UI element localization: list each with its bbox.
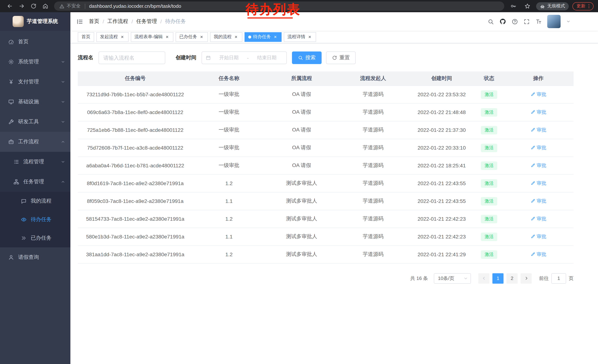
approve-link[interactable]: 审批 xyxy=(530,162,546,169)
key-icon[interactable] xyxy=(508,1,518,11)
approve-link[interactable]: 审批 xyxy=(530,180,546,187)
user-avatar[interactable] xyxy=(547,15,561,28)
app-logo[interactable]: 芋道管理系统 xyxy=(0,12,70,31)
search-button[interactable]: 搜索 xyxy=(292,51,322,64)
close-icon[interactable]: × xyxy=(120,34,125,40)
breadcrumb-task-management[interactable]: 任务管理 xyxy=(136,18,157,25)
question-icon[interactable] xyxy=(512,18,518,25)
sidebar-item-task-management[interactable]: 任务管理 xyxy=(0,172,70,192)
sidebar-item-label: 工作流程 xyxy=(18,138,39,145)
tab-my-processes[interactable]: 我的流程 × xyxy=(210,32,242,42)
home-icon[interactable] xyxy=(40,1,50,11)
cell-status: 激活 xyxy=(475,228,503,245)
sidebar-item-leave-query[interactable]: 请假查询 xyxy=(0,247,70,267)
reload-icon[interactable] xyxy=(28,1,39,11)
sidebar-collapse-icon[interactable] xyxy=(70,12,89,31)
cell-task-id: 73211d9d-7b9b-11ec-b5b7-acde48001122 xyxy=(78,86,193,103)
menu-dots-icon[interactable] xyxy=(586,3,592,9)
approve-link[interactable]: 审批 xyxy=(530,145,546,151)
page-url: dashboard.yudao.iocoder.cn/bpm/task/todo xyxy=(89,3,181,9)
monitor-icon xyxy=(8,99,14,105)
sidebar-item-todo-tasks[interactable]: 待办任务 xyxy=(0,210,70,229)
approve-link[interactable]: 审批 xyxy=(530,216,546,222)
cell-task-id: 58154733-7ac8-11ec-a9e2-a2380e71991a xyxy=(78,210,193,228)
update-button[interactable]: 更新 xyxy=(573,2,594,10)
sidebar-item-home[interactable]: 首页 xyxy=(0,32,70,52)
approve-link[interactable]: 审批 xyxy=(530,127,546,133)
cell-actions: 审批 xyxy=(503,174,573,192)
sidebar-item-my-processes[interactable]: 我的流程 xyxy=(0,192,70,210)
font-size-icon[interactable] xyxy=(535,18,542,25)
sidebar-item-payment-management[interactable]: 支付管理 xyxy=(0,72,70,92)
approve-link-label: 审批 xyxy=(537,233,546,240)
refresh-icon xyxy=(332,55,337,60)
breadcrumb-home[interactable]: 首页 xyxy=(89,18,99,25)
cell-initiator: 芋道源码 xyxy=(338,174,408,192)
tab-todo-tasks[interactable]: 待办任务 × xyxy=(245,32,282,42)
chevron-down-icon[interactable] xyxy=(566,19,571,24)
fullscreen-icon[interactable] xyxy=(523,18,530,25)
tab-start-process[interactable]: 发起流程 × xyxy=(96,32,129,42)
tab-process-detail[interactable]: 流程详情 × xyxy=(284,32,316,42)
col-task-name: 任务名称 xyxy=(193,72,265,86)
jump-prefix: 前往 xyxy=(539,275,549,282)
breadcrumb: 首页 / 工作流程 / 任务管理 / 待办任务 xyxy=(89,18,186,25)
github-icon[interactable] xyxy=(499,18,506,25)
edit-icon xyxy=(530,128,535,132)
sidebar-item-done-tasks[interactable]: 已办任务 xyxy=(0,229,70,247)
tab-done-tasks[interactable]: 已办任务 × xyxy=(176,32,208,42)
process-name-input[interactable] xyxy=(99,51,165,64)
close-icon[interactable]: × xyxy=(165,34,170,40)
todo-task-table: 任务编号 任务名称 所属流程 流程发起人 创建时间 状态 操作 xyxy=(78,72,573,263)
sidebar-item-system-management[interactable]: 系统管理 xyxy=(0,52,70,72)
approve-link[interactable]: 审批 xyxy=(530,251,546,258)
date-range-picker[interactable]: 开始日期 - 结束日期 xyxy=(201,51,287,64)
approve-link[interactable]: 审批 xyxy=(530,91,546,98)
page-button-2[interactable]: 2 xyxy=(507,273,518,283)
forward-icon[interactable] xyxy=(16,1,27,11)
sidebar-item-process-management[interactable]: 流程管理 xyxy=(0,152,70,172)
page-button-1[interactable]: 1 xyxy=(492,273,504,283)
approve-link-label: 审批 xyxy=(537,145,546,151)
search-icon[interactable] xyxy=(488,18,494,25)
jump-page-input[interactable] xyxy=(551,273,566,283)
next-page-button[interactable] xyxy=(521,273,532,283)
wrench-icon xyxy=(8,119,14,125)
sidebar-item-workflow[interactable]: 工作流程 xyxy=(0,132,70,152)
page-size-select[interactable]: 10条/页 xyxy=(434,273,471,283)
tab-process-form-edit[interactable]: 流程表单-编辑 × xyxy=(131,32,173,42)
tab-label: 已办任务 xyxy=(179,34,197,40)
tab-home[interactable]: 首页 xyxy=(78,32,94,42)
approve-link[interactable]: 审批 xyxy=(530,109,546,115)
cell-process: 测试多审批人 xyxy=(265,228,338,245)
calendar-icon xyxy=(206,55,211,60)
sidebar-item-dev-tools[interactable]: 研发工具 xyxy=(0,112,70,132)
reset-button[interactable]: 重置 xyxy=(326,51,356,64)
start-date-input[interactable]: 开始日期 xyxy=(213,54,245,61)
cell-actions: 审批 xyxy=(503,210,573,228)
approve-link[interactable]: 审批 xyxy=(530,198,546,204)
close-icon[interactable]: × xyxy=(273,34,278,40)
close-icon[interactable]: × xyxy=(307,34,312,40)
back-icon[interactable] xyxy=(4,1,15,11)
end-date-input[interactable]: 结束日期 xyxy=(251,54,283,61)
cell-process: OA 请假 xyxy=(265,103,338,121)
edit-icon xyxy=(530,252,535,257)
close-icon[interactable]: × xyxy=(199,34,204,40)
table-row: 8f059c03-7ac8-11ec-a9e2-a2380e71991a 1.1… xyxy=(78,192,573,210)
chevron-left-icon xyxy=(482,276,486,281)
double-chevron-icon xyxy=(21,235,27,241)
status-badge: 激活 xyxy=(481,215,497,223)
sidebar-item-infrastructure[interactable]: 基础设施 xyxy=(0,92,70,112)
breadcrumb-workflow[interactable]: 工作流程 xyxy=(108,18,128,25)
approve-link[interactable]: 审批 xyxy=(530,233,546,240)
chevron-down-icon xyxy=(61,60,65,64)
close-icon[interactable]: × xyxy=(233,34,239,40)
col-initiator: 流程发起人 xyxy=(338,72,408,86)
prev-page-button[interactable] xyxy=(478,273,490,283)
cell-initiator: 芋道源码 xyxy=(338,157,408,174)
table-row: 069c6a63-7b8a-11ec-8ef0-acde48001122 一级审… xyxy=(78,103,573,121)
star-icon[interactable] xyxy=(522,1,532,11)
status-badge: 激活 xyxy=(481,250,497,259)
tabs-bar: 首页 发起流程 × 流程表单-编辑 × 已办任务 × 我的流程 × xyxy=(70,31,598,43)
